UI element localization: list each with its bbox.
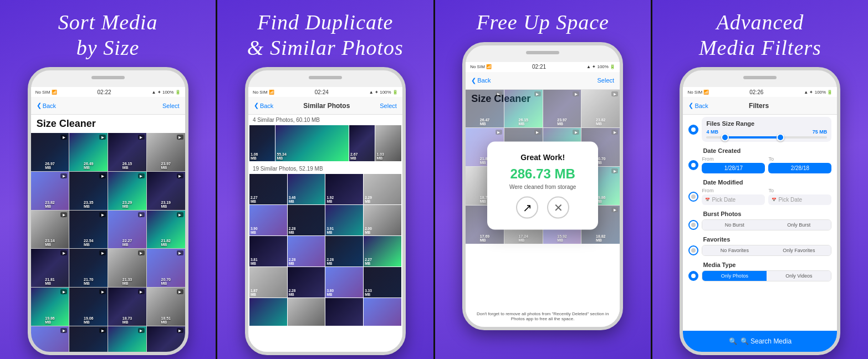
date-created-fields: From 1/28/17 To 2/28/18: [702, 156, 831, 173]
back-btn-1[interactable]: ❮ Back: [37, 102, 56, 109]
favorites-label: Favorites: [703, 236, 831, 243]
back-btn-3[interactable]: ❮ Back: [471, 77, 491, 84]
time-3: 02:21: [532, 64, 546, 70]
photo-cell[interactable]: ▶23.14MB: [31, 211, 69, 249]
sim-photo[interactable]: [364, 298, 401, 326]
filter-date-created-row: From 1/28/17 To 2/28/18: [688, 156, 831, 173]
sim-photo[interactable]: 3.80MB: [325, 267, 363, 298]
date-mod-to-group: To 📅Pick Date: [768, 188, 831, 205]
photo-cell[interactable]: ▶15.92MB: [147, 326, 185, 352]
sim-photo[interactable]: 2.27MB: [364, 236, 401, 266]
media-type-videos-option[interactable]: Only Videos: [767, 271, 831, 281]
sim-photo[interactable]: 3.91MB: [325, 205, 363, 235]
filter-burst-row: No Burst Only Burst: [688, 219, 831, 230]
photo-cell[interactable]: ▶22.54MB: [69, 211, 108, 249]
photo-cell[interactable]: ▶23.35MB: [69, 172, 108, 210]
media-type-photos-option[interactable]: Only Photos: [702, 271, 767, 281]
photo-cell[interactable]: ▶19.06MB: [69, 288, 108, 326]
photo-cell[interactable]: ▶23.19MB: [147, 172, 185, 210]
status-bar-4: No SIM 📶 02:26 ▲ ✦ 100% 🔋: [683, 87, 837, 97]
sim-photo[interactable]: 3.46MB: [288, 174, 325, 204]
range-thumb-right[interactable]: [777, 134, 784, 141]
photo-cell[interactable]: ▶23.97MB: [147, 133, 185, 171]
photo-cell[interactable]: ▶17.69MB: [69, 326, 108, 352]
similar-scroll[interactable]: 4 Similar Photos, 60.10 MB 1.06MB 55.34M…: [248, 115, 402, 352]
filter-check-filesize[interactable]: [688, 125, 698, 135]
nav-title-2: Similar Photos: [303, 102, 350, 110]
sim-photo[interactable]: 3.81MB: [249, 236, 287, 266]
photo-cell[interactable]: ▶23.82MB: [31, 172, 69, 210]
sim-photo[interactable]: 2.28MB: [288, 267, 325, 298]
burst-no-option[interactable]: No Burst: [702, 220, 767, 230]
sim-photo[interactable]: 1.03MB: [375, 125, 401, 161]
photo-cell[interactable]: ▶17.24MB: [108, 326, 146, 352]
burst-only-option[interactable]: Only Burst: [767, 220, 831, 230]
photo-cell[interactable]: ▶18.19MB: [31, 326, 69, 352]
sim-photo[interactable]: 2.27MB: [249, 174, 287, 204]
select-btn-2[interactable]: Select: [380, 102, 397, 109]
photo-cell[interactable]: ▶18.51MB: [147, 288, 185, 326]
sim-photo[interactable]: 3.90MB: [249, 205, 287, 235]
photo-cell[interactable]: ▶26.97MB: [31, 133, 69, 171]
photo-cell[interactable]: ▶26.49MB: [69, 133, 108, 171]
sim-photo[interactable]: 2.67MB: [349, 125, 375, 161]
sim-photo[interactable]: 1.92MB: [325, 174, 363, 204]
share-button[interactable]: ↗: [516, 196, 538, 218]
sim-photo[interactable]: 2.00MB: [364, 205, 401, 235]
sim-photo[interactable]: 2.28MB: [288, 236, 325, 266]
filter-check-mediatype[interactable]: [688, 271, 698, 281]
time-4: 02:26: [749, 89, 763, 95]
date-mod-to-input[interactable]: 📅Pick Date: [768, 194, 831, 205]
filter-date-created: Date Created From 1/28/17 To 2/28/18: [688, 147, 831, 173]
photo-cell[interactable]: ▶21.82MB: [147, 211, 185, 249]
photo-cell[interactable]: ▶21.81MB: [31, 249, 69, 287]
date-mod-from-input[interactable]: 📅Pick Date: [702, 194, 765, 205]
app-title-1: Size Cleaner: [31, 115, 185, 133]
filter-check-datecreated[interactable]: [688, 160, 698, 170]
search-media-button[interactable]: 🔍 🔍 Search Media: [683, 331, 837, 352]
cleanup-note: Don't forget to remove all photos from "…: [466, 308, 620, 325]
select-btn-1[interactable]: Select: [162, 102, 180, 109]
photo-cell[interactable]: ▶21.70MB: [69, 249, 108, 287]
filter-check-datemodified[interactable]: [688, 192, 698, 202]
sim-photo[interactable]: 55.34MB: [275, 125, 349, 161]
favorites-no-option[interactable]: No Favorites: [702, 245, 767, 255]
range-slider[interactable]: [706, 136, 827, 139]
filter-favorites-row: No Favorites Only Favorites: [688, 245, 831, 256]
sim-photo[interactable]: [288, 298, 325, 326]
sim-photo[interactable]: 1.87MB: [249, 267, 287, 298]
back-btn-2[interactable]: ❮ Back: [254, 102, 273, 109]
sim-photo[interactable]: 1.06MB: [249, 125, 275, 161]
battery-4: ▲ ✦ 100% 🔋: [804, 90, 833, 95]
favorites-only-option[interactable]: Only Favorites: [767, 245, 831, 255]
nav-bar-2: ❮ Back Similar Photos Select: [248, 97, 402, 115]
sim-photo[interactable]: [249, 298, 287, 326]
sim-photo[interactable]: 2.28MB: [325, 236, 363, 266]
phone-screen-4: No SIM 📶 02:26 ▲ ✦ 100% 🔋 ❮ Back Filters…: [683, 87, 837, 352]
bg-photo: ▶23.97MB: [543, 90, 581, 128]
photo-cell[interactable]: ▶26.15MB: [108, 133, 146, 171]
filter-check-favorites[interactable]: [688, 245, 698, 255]
sim-photo[interactable]: 3.33MB: [364, 267, 401, 298]
filter-favorites: Favorites No Favorites Only Favorites: [688, 236, 831, 256]
sim-photo[interactable]: [325, 298, 363, 326]
photo-cell[interactable]: ▶22.27MB: [108, 211, 146, 249]
sim-photo[interactable]: 2.28MB: [288, 205, 325, 235]
range-thumb-left[interactable]: [721, 134, 729, 141]
select-btn-3[interactable]: Select: [598, 77, 615, 84]
photo-cell[interactable]: ▶20.70MB: [147, 249, 185, 287]
sim-photo[interactable]: 2.29MB: [364, 174, 401, 204]
photo-cell[interactable]: ▶19.86MB: [31, 288, 69, 326]
date-to-input[interactable]: 2/28/18: [768, 163, 831, 173]
photo-cell[interactable]: ▶21.33MB: [108, 249, 146, 287]
photo-cell[interactable]: ▶23.29MB: [108, 172, 146, 210]
back-btn-4[interactable]: ❮ Back: [688, 102, 708, 109]
filesize-label: Files Size Range: [706, 120, 827, 127]
filter-check-burst[interactable]: [688, 220, 698, 230]
phone-screen-3: No SIM 📶 02:21 ▲ ✦ 100% 🔋 ❮ Back Select …: [466, 62, 620, 327]
status-bar-3: No SIM 📶 02:21 ▲ ✦ 100% 🔋: [466, 62, 620, 72]
close-button[interactable]: ✕: [547, 196, 569, 218]
date-from-input[interactable]: 1/28/17: [702, 163, 765, 173]
photo-cell[interactable]: ▶18.73MB: [108, 288, 146, 326]
nav-bar-1: ❮ Back Select: [31, 97, 185, 115]
